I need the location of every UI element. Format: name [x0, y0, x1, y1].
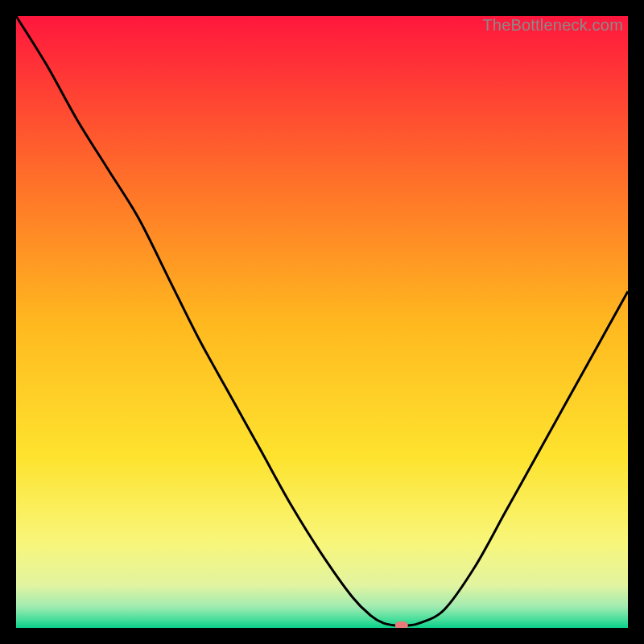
watermark-text: TheBottleneck.com [482, 16, 623, 35]
chart-frame: TheBottleneck.com [16, 16, 628, 628]
bottleneck-chart [16, 16, 628, 628]
optimal-marker [395, 621, 408, 628]
gradient-background [16, 16, 628, 628]
